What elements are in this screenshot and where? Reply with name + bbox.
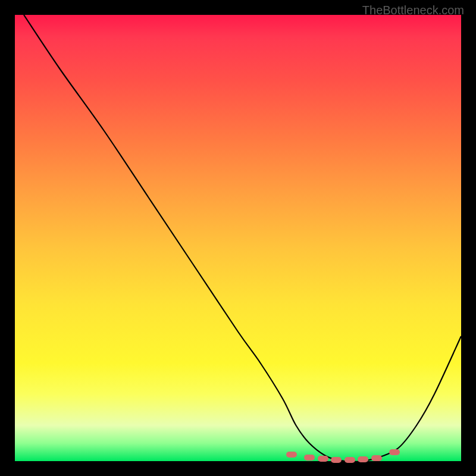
marker-dot bbox=[331, 457, 342, 463]
marker-dot bbox=[389, 449, 400, 455]
attribution-text: TheBottleneck.com bbox=[362, 4, 464, 17]
marker-dot bbox=[286, 452, 297, 458]
marker-dot bbox=[304, 455, 315, 461]
marker-dot bbox=[371, 455, 382, 461]
marker-dot bbox=[318, 456, 328, 462]
marker-dot bbox=[345, 457, 355, 463]
marker-dot bbox=[358, 456, 368, 462]
optimal-range-markers bbox=[15, 15, 461, 461]
chart-plot-area bbox=[15, 15, 461, 461]
